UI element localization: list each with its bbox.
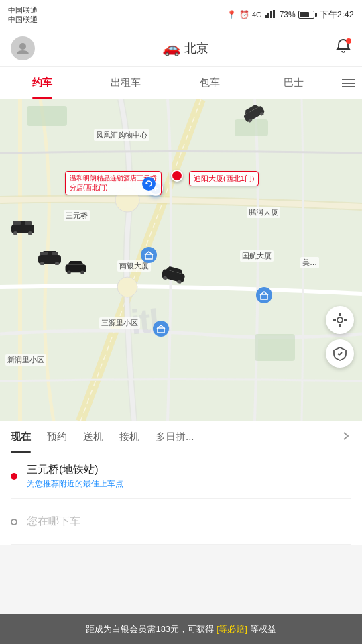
poi-sanyuanqiao: 三元桥 xyxy=(64,210,90,221)
main-tabs: 约车 出租车 包车 巴士 xyxy=(0,67,362,99)
map-icon-1 xyxy=(141,247,157,263)
bell-button[interactable] xyxy=(335,38,351,58)
svg-rect-3 xyxy=(273,10,275,18)
svg-marker-37 xyxy=(146,182,148,184)
svg-rect-36 xyxy=(158,328,164,333)
tab-bus[interactable]: 巴士 xyxy=(251,67,335,99)
map-icon-3 xyxy=(153,321,169,337)
tab-reserve[interactable]: 预约 xyxy=(47,421,67,453)
from-location-row[interactable]: 三元桥(地铁站) 为您推荐附近的最佳上车点 xyxy=(11,453,351,499)
location-inputs: 三元桥(地铁站) 为您推荐附近的最佳上车点 您在哪下车 xyxy=(0,453,362,545)
city-name: 北京 xyxy=(184,40,208,56)
tab-multiday[interactable]: 多日拼... xyxy=(156,421,194,453)
poi-xinhuli: 新润里小区 xyxy=(5,354,46,366)
from-text-area: 三元桥(地铁站) 为您推荐附近的最佳上车点 xyxy=(27,463,351,490)
status-icons: 📍 ⏰ 4G 73% 下午2:42 xyxy=(227,9,354,21)
destination-pin xyxy=(171,170,183,182)
svg-rect-2 xyxy=(270,11,272,18)
battery-percent: 73% xyxy=(280,10,296,19)
svg-rect-0 xyxy=(265,15,267,18)
signal-4g: 4G xyxy=(252,11,262,19)
svg-line-44 xyxy=(339,352,342,355)
svg-rect-12 xyxy=(27,106,67,126)
header-title-area[interactable]: 🚗 北京 xyxy=(162,40,208,57)
location-icon: 📍 xyxy=(227,10,237,19)
header: 🚗 北京 xyxy=(0,30,362,67)
svg-rect-22 xyxy=(52,252,58,255)
shield-button[interactable] xyxy=(326,339,354,368)
car-icon-3 xyxy=(64,260,88,274)
svg-rect-13 xyxy=(235,119,268,136)
from-location-suggestion: 为您推荐附近的最佳上车点 xyxy=(27,478,351,490)
tab-yuche[interactable]: 约车 xyxy=(0,67,84,99)
svg-rect-21 xyxy=(40,252,48,255)
alarm-icon: ⏰ xyxy=(239,10,249,19)
poi-mei: 美… xyxy=(300,257,319,268)
poi-guohang: 国航大厦 xyxy=(240,250,274,262)
notification-dot xyxy=(346,38,351,44)
banner-highlight: [等必赔] xyxy=(217,624,247,634)
more-icon[interactable] xyxy=(335,78,362,88)
svg-rect-16 xyxy=(13,221,21,225)
map-area[interactable]: itL xyxy=(0,99,362,421)
svg-point-11 xyxy=(117,277,137,297)
svg-point-4 xyxy=(19,43,26,50)
map-icon-2 xyxy=(256,287,272,303)
refresh-icon[interactable] xyxy=(142,177,156,191)
svg-point-38 xyxy=(337,317,343,323)
tab-now[interactable]: 现在 xyxy=(11,421,31,453)
status-bar: 中国联通 中国联通 📍 ⏰ 4G 73% 下午2:42 xyxy=(0,0,362,30)
car-icon-1 xyxy=(10,220,36,235)
pickup-panel: 现在 预约 送机 接机 多日拼... 三元桥(地铁站) 为您推荐附近的最佳上车点 xyxy=(0,421,362,545)
carrier-info: 中国联通 中国联通 xyxy=(8,5,38,25)
svg-rect-17 xyxy=(25,221,32,225)
tab-departure[interactable]: 送机 xyxy=(83,421,103,453)
poi-pengrun: 鹏润大厦 xyxy=(247,207,280,218)
tab-pickup-airport[interactable]: 接机 xyxy=(119,421,139,453)
poi-diyang[interactable]: 迪阳大厦(西北1门) xyxy=(189,171,259,186)
to-dot xyxy=(11,519,17,525)
to-location-placeholder: 您在哪下车 xyxy=(27,515,351,529)
time-tabs-more-icon[interactable] xyxy=(341,429,351,445)
tab-baoче[interactable]: 包车 xyxy=(168,67,251,99)
svg-rect-35 xyxy=(261,294,267,299)
from-dot xyxy=(11,473,17,480)
poi-sanyuanli: 三源里小区 xyxy=(99,317,140,329)
time-tabs: 现在 预约 送机 接机 多日拼... xyxy=(0,421,362,453)
to-location-row[interactable]: 您在哪下车 xyxy=(11,499,351,545)
poi-fenghuang: 凤凰汇购物中心 xyxy=(94,129,149,141)
location-button[interactable] xyxy=(326,306,354,334)
signal-bars xyxy=(265,10,277,20)
bottom-banner[interactable]: 距成为白银会员需183元，可获得 [等必赔] 等权益 xyxy=(0,614,362,644)
avatar[interactable] xyxy=(11,36,35,60)
banner-text: 距成为白银会员需183元，可获得 [等必赔] 等权益 xyxy=(86,623,276,635)
svg-rect-14 xyxy=(255,334,295,361)
car-icon: 🚗 xyxy=(162,40,180,57)
battery-icon xyxy=(298,11,314,19)
from-location-name: 三元桥(地铁站) xyxy=(27,463,351,477)
car-icon-2 xyxy=(37,250,62,265)
to-text-area: 您在哪下车 xyxy=(27,515,351,529)
svg-rect-1 xyxy=(267,13,269,18)
tab-chuzuche[interactable]: 出租车 xyxy=(84,67,168,99)
time-display: 下午2:42 xyxy=(320,9,354,21)
svg-rect-34 xyxy=(145,254,152,259)
